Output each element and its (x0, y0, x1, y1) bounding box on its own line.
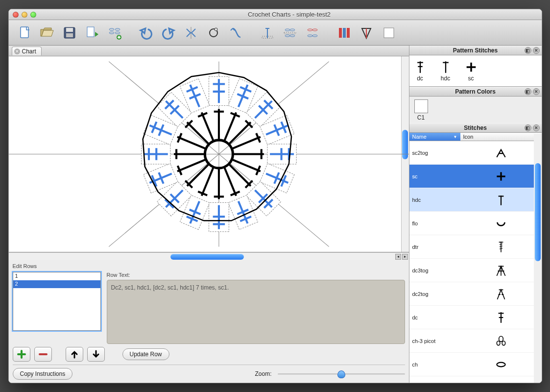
stitch-row-dc3tog[interactable]: dc3tog (409, 259, 542, 282)
pattern-stitches-header[interactable]: Pattern Stitches ◧✕ (409, 46, 542, 55)
redo-button[interactable] (159, 23, 178, 43)
mirror-tool-button[interactable] (181, 23, 201, 43)
open-file-button[interactable] (37, 23, 57, 43)
move-row-up-button[interactable] (66, 347, 83, 362)
titlebar[interactable]: Crochet Charts - simple-test2 (9, 9, 542, 20)
svg-rect-3 (66, 33, 73, 37)
right-sidebar: Pattern Stitches ◧✕ dc hdc sc Pattern Co… (409, 46, 542, 383)
svg-rect-24 (347, 28, 350, 38)
app-window: Crochet Charts - simple-test2 ✕ Chart (8, 9, 542, 383)
svg-line-45 (224, 168, 236, 196)
panel-detach-icon[interactable]: ◧ (525, 47, 531, 54)
stitch-row-hdc[interactable]: hdc (409, 188, 542, 212)
tile-button[interactable] (303, 23, 322, 43)
grid-add-button[interactable] (105, 23, 124, 43)
stitch-row-sc2tog[interactable]: sc2tog (409, 141, 542, 165)
stitch-row-dtr[interactable]: dtr (409, 235, 542, 259)
scroll-left-button[interactable]: ◂ (395, 254, 401, 260)
scale-tool-button[interactable] (258, 23, 277, 43)
color-swatch-c1[interactable]: C1 (414, 99, 428, 121)
pattern-colors-header[interactable]: Pattern Colors ◧✕ (409, 87, 542, 97)
svg-point-89 (502, 341, 505, 345)
panel-close-icon[interactable]: ✕ (533, 88, 540, 95)
stitches-scrollbar[interactable] (534, 134, 542, 383)
align-grid-button[interactable] (280, 23, 300, 43)
pattern-stitches-body: dc hdc sc (409, 55, 542, 87)
update-row-button[interactable]: Update Row (122, 348, 169, 360)
move-row-down-button[interactable] (87, 347, 105, 362)
svg-rect-23 (343, 28, 346, 38)
pattern-stitch-hdc[interactable]: hdc (439, 60, 453, 82)
export-button[interactable] (82, 23, 102, 43)
svg-point-5 (109, 28, 114, 30)
column-name[interactable]: Name (409, 133, 460, 141)
svg-rect-4 (87, 27, 94, 37)
row-text-label: Row Text: (107, 272, 405, 278)
svg-point-11 (215, 28, 217, 31)
svg-line-35 (229, 122, 250, 144)
measure-button[interactable] (357, 23, 376, 43)
close-window-button[interactable] (13, 12, 19, 18)
flip-tool-button[interactable] (226, 23, 246, 43)
svg-line-33 (224, 113, 236, 141)
zoom-label: Zoom: (255, 370, 271, 377)
stitch-row-ch[interactable]: ch (409, 353, 542, 376)
pattern-stitch-dc[interactable]: dc (413, 60, 427, 82)
panel-detach-icon[interactable]: ◧ (525, 88, 531, 95)
svg-line-37 (233, 137, 261, 148)
svg-point-18 (308, 29, 312, 31)
swatch-button[interactable] (379, 23, 399, 43)
column-icon[interactable]: Icon (460, 133, 477, 141)
stitch-row-ch3picot[interactable]: ch-3 picot (409, 329, 542, 353)
zoom-slider[interactable] (278, 370, 405, 378)
pattern-colors-body: C1 (409, 97, 542, 123)
panel-close-icon[interactable]: ✕ (533, 47, 540, 54)
chart-canvas[interactable] (9, 56, 409, 252)
row-list[interactable]: 1 2 (13, 272, 101, 331)
panel-close-icon[interactable]: ✕ (533, 124, 540, 131)
minimize-window-button[interactable] (22, 12, 27, 18)
stitches-columns[interactable]: Name Icon (409, 133, 542, 141)
tab-chart[interactable]: ✕ Chart (12, 47, 42, 55)
stitch-row-dc2tog[interactable]: dc2tog (409, 282, 542, 306)
svg-point-20 (308, 35, 312, 37)
close-tab-icon[interactable]: ✕ (14, 49, 20, 54)
row-text-area[interactable]: Dc2, sc1, hdc1, [dc2, sc1, hdc1] 7 times… (107, 280, 405, 344)
window-title: Crochet Charts - simple-test2 (41, 11, 538, 18)
svg-rect-22 (339, 28, 342, 38)
rotate-tool-button[interactable] (204, 23, 223, 43)
properties-button[interactable] (334, 23, 354, 43)
scroll-nav: ◂ ▸ (395, 254, 408, 260)
add-row-button[interactable] (13, 347, 30, 362)
svg-rect-17 (284, 32, 296, 34)
save-file-button[interactable] (60, 23, 79, 43)
svg-line-43 (229, 165, 250, 186)
traffic-lights (13, 12, 36, 18)
stitch-row-sc[interactable]: sc (409, 165, 542, 188)
toolbar (9, 20, 542, 46)
row-list-item[interactable]: 1 (13, 272, 100, 280)
svg-point-13 (285, 29, 290, 31)
remove-row-button[interactable] (34, 347, 52, 362)
scroll-right-button[interactable]: ▸ (402, 254, 408, 260)
new-file-button[interactable] (15, 23, 34, 43)
horizontal-scrollbar[interactable]: ◂ ▸ (9, 252, 409, 260)
stitches-header[interactable]: Stitches ◧✕ (409, 123, 542, 133)
edit-rows-panel: Edit Rows 1 2 Row Text: Dc2, sc1, hdc1, … (9, 260, 409, 383)
stitch-row-flo[interactable]: flo (409, 212, 542, 235)
stitch-row-dc[interactable]: dc (409, 306, 542, 329)
copy-instructions-button[interactable]: Copy Instructions (13, 368, 73, 380)
svg-line-51 (187, 165, 208, 186)
svg-line-41 (233, 160, 261, 171)
svg-point-15 (285, 35, 290, 37)
panel-detach-icon[interactable]: ◧ (525, 124, 531, 131)
pattern-stitch-sc[interactable]: sc (464, 60, 478, 82)
svg-line-57 (177, 137, 205, 148)
svg-point-8 (115, 32, 120, 34)
undo-button[interactable] (136, 23, 156, 43)
svg-rect-0 (21, 27, 28, 38)
zoom-window-button[interactable] (30, 12, 36, 18)
row-list-item[interactable]: 2 (13, 280, 100, 288)
svg-point-88 (497, 341, 500, 345)
svg-line-49 (201, 168, 213, 196)
